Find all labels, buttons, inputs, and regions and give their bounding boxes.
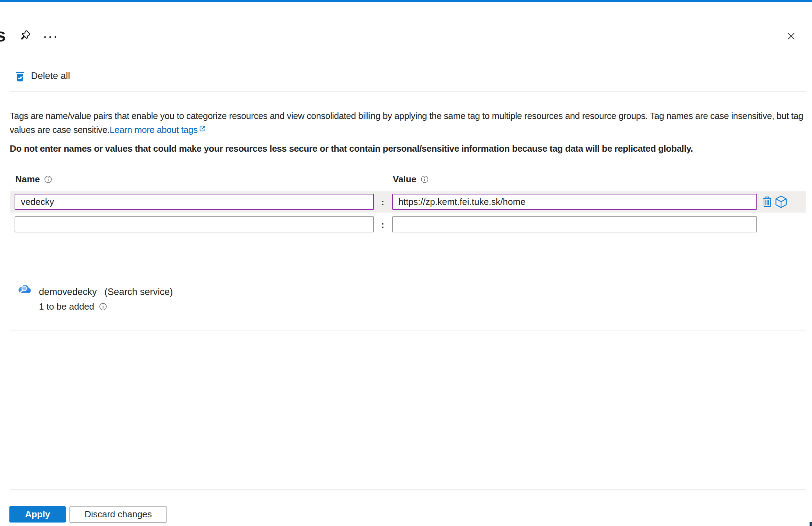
apply-button[interactable]: Apply bbox=[9, 506, 66, 523]
divider bbox=[10, 91, 806, 91]
cube-icon bbox=[775, 195, 787, 208]
tag-name-input[interactable] bbox=[15, 194, 374, 210]
tag-value-input[interactable] bbox=[392, 194, 757, 210]
delete-tag-button[interactable] bbox=[762, 195, 773, 208]
name-value-separator: : bbox=[378, 220, 387, 230]
tag-name-input-empty[interactable] bbox=[15, 216, 374, 232]
info-icon[interactable] bbox=[44, 175, 52, 183]
name-header-label: Name bbox=[15, 174, 40, 185]
close-icon bbox=[786, 31, 797, 42]
close-button[interactable] bbox=[785, 30, 797, 42]
discard-changes-button[interactable]: Discard changes bbox=[70, 506, 167, 523]
pin-button[interactable] bbox=[19, 29, 31, 42]
divider bbox=[10, 238, 806, 238]
tags-description: Tags are name/value pairs that enable yo… bbox=[10, 109, 806, 136]
delete-all-button[interactable]: Delete all bbox=[15, 70, 70, 82]
info-icon[interactable] bbox=[99, 303, 107, 311]
value-column-header: Value bbox=[393, 174, 429, 185]
external-link-icon bbox=[199, 122, 206, 136]
corner-fragment bbox=[810, 522, 812, 526]
delete-all-label: Delete all bbox=[31, 71, 70, 81]
resource-status-row: 1 to be added bbox=[39, 301, 107, 312]
tag-value-input-empty[interactable] bbox=[392, 216, 757, 232]
resource-name: demovedecky bbox=[39, 287, 97, 297]
more-options-button[interactable] bbox=[42, 33, 58, 40]
resource-status: 1 to be added bbox=[39, 301, 94, 312]
more-options-icon bbox=[44, 36, 56, 38]
delete-all-icon bbox=[15, 70, 25, 82]
search-service-icon bbox=[15, 282, 31, 296]
divider bbox=[10, 330, 806, 331]
learn-more-link[interactable]: Learn more about tags bbox=[109, 125, 197, 135]
info-icon[interactable] bbox=[421, 175, 429, 183]
top-accent-bar bbox=[0, 0, 812, 2]
tags-panel: s Delete all Tags a bbox=[0, 0, 812, 526]
name-column-header: Name bbox=[15, 174, 52, 185]
trash-icon bbox=[762, 196, 772, 208]
assigned-resource-button[interactable] bbox=[774, 195, 788, 209]
security-warning: Do not enter names or values that could … bbox=[10, 142, 806, 155]
resource-type: (Search service) bbox=[105, 287, 173, 297]
name-value-separator: : bbox=[378, 197, 387, 208]
pin-icon bbox=[19, 30, 31, 41]
resource-row: demovedecky (Search service) bbox=[39, 287, 173, 297]
value-header-label: Value bbox=[393, 174, 416, 185]
page-title-fragment: s bbox=[0, 24, 6, 45]
footer-divider bbox=[10, 489, 806, 489]
